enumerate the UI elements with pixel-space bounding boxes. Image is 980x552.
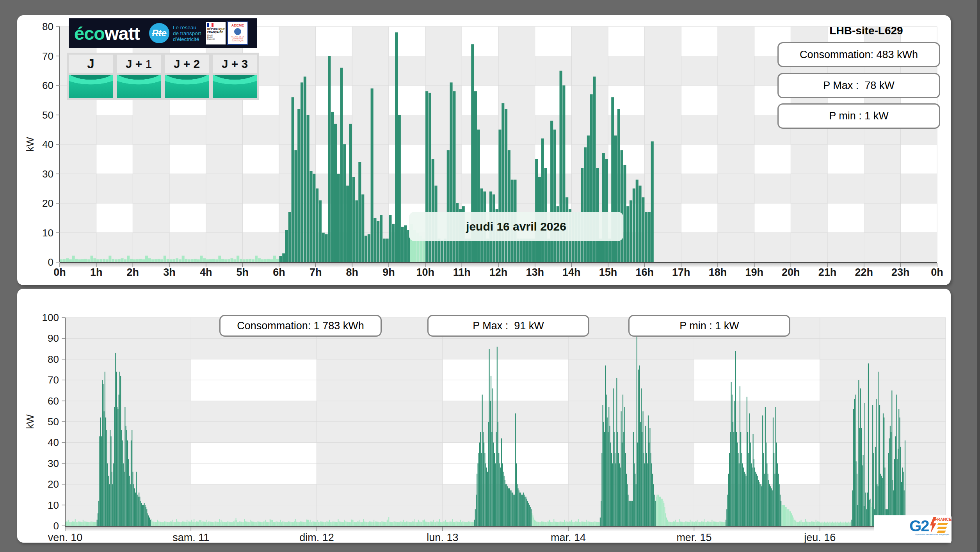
svg-text:21h: 21h (818, 266, 837, 278)
svg-text:8h: 8h (346, 266, 359, 278)
svg-text:lun. 13: lun. 13 (427, 532, 458, 543)
svg-text:10: 10 (48, 499, 59, 511)
svg-text:4h: 4h (200, 266, 212, 278)
svg-text:10: 10 (42, 227, 53, 239)
svg-text:mer. 15: mer. 15 (676, 532, 711, 543)
svg-text:50: 50 (42, 109, 53, 121)
svg-text:0: 0 (53, 520, 59, 532)
svg-text:kW: kW (24, 137, 36, 152)
svg-text:60: 60 (48, 395, 59, 407)
svg-text:6h: 6h (273, 266, 285, 278)
svg-text:sam. 11: sam. 11 (173, 532, 209, 543)
svg-text:30: 30 (42, 168, 53, 180)
svg-text:7h: 7h (309, 266, 322, 278)
svg-text:40: 40 (48, 437, 59, 448)
svg-text:80: 80 (42, 21, 53, 32)
svg-text:kW: kW (24, 414, 36, 429)
svg-text:0: 0 (48, 256, 53, 268)
svg-text:mar. 14: mar. 14 (551, 532, 586, 543)
svg-text:19h: 19h (745, 266, 763, 278)
svg-text:14h: 14h (562, 266, 581, 278)
svg-text:60: 60 (42, 80, 53, 91)
svg-text:70: 70 (48, 374, 59, 386)
svg-text:20: 20 (42, 197, 53, 209)
svg-text:dim. 12: dim. 12 (299, 532, 334, 543)
svg-text:9h: 9h (382, 266, 395, 278)
svg-text:16h: 16h (635, 266, 654, 278)
svg-text:jeu. 16: jeu. 16 (804, 532, 836, 543)
svg-text:3h: 3h (163, 266, 176, 278)
svg-text:100: 100 (42, 312, 59, 323)
svg-text:0h: 0h (53, 266, 66, 278)
svg-text:2h: 2h (127, 266, 139, 278)
svg-text:11h: 11h (453, 266, 471, 278)
svg-text:50: 50 (48, 416, 59, 428)
svg-text:20: 20 (48, 478, 59, 490)
svg-text:10h: 10h (416, 266, 434, 278)
svg-text:0h: 0h (931, 266, 943, 278)
svg-text:22h: 22h (855, 266, 873, 278)
svg-text:12h: 12h (489, 266, 508, 278)
svg-text:1h: 1h (90, 266, 103, 278)
svg-text:70: 70 (42, 50, 53, 62)
svg-text:80: 80 (48, 353, 59, 365)
svg-text:23h: 23h (891, 266, 910, 278)
svg-text:5h: 5h (237, 266, 249, 278)
svg-text:ven. 10: ven. 10 (48, 532, 83, 543)
svg-text:17h: 17h (672, 266, 690, 278)
svg-text:15h: 15h (599, 266, 617, 278)
svg-text:90: 90 (48, 332, 59, 344)
svg-text:30: 30 (48, 458, 59, 469)
svg-text:18h: 18h (709, 266, 727, 278)
svg-text:jeudi 16 avril 2026: jeudi 16 avril 2026 (466, 220, 566, 233)
svg-text:40: 40 (42, 138, 53, 150)
svg-text:20h: 20h (782, 266, 800, 278)
svg-text:13h: 13h (526, 266, 544, 278)
